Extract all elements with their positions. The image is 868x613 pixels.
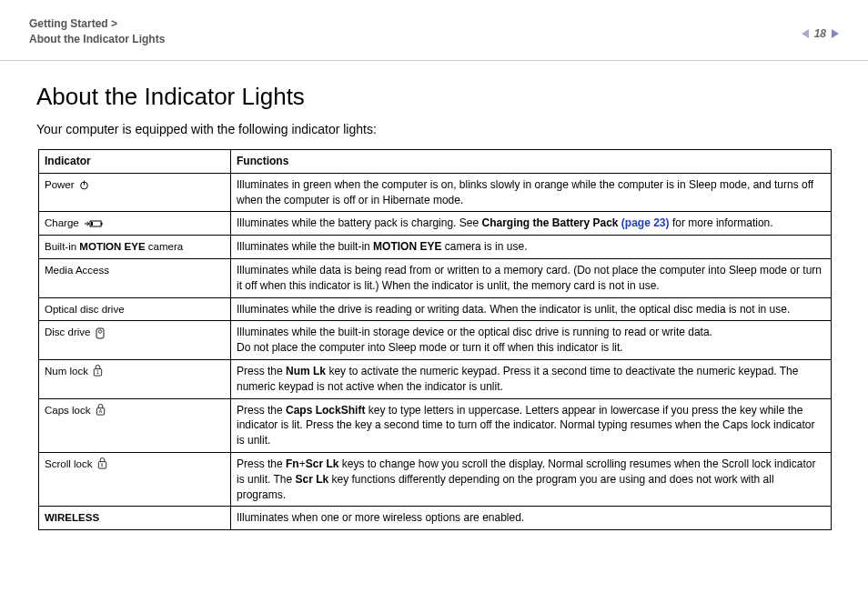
charge-icon bbox=[84, 219, 104, 228]
func-bold: Caps Lock bbox=[286, 404, 341, 417]
capslock-icon: A bbox=[96, 404, 106, 416]
page-number: 18 bbox=[814, 27, 826, 40]
func-bold: MOTION EYE bbox=[373, 240, 441, 253]
func-text: Press the bbox=[237, 457, 286, 470]
page-title: About the Indicator Lights bbox=[36, 83, 832, 111]
functions-cell: Illuminates while the drive is reading o… bbox=[231, 297, 832, 321]
func-text: Do not place the computer into Sleep mod… bbox=[237, 341, 623, 354]
intro-text: Your computer is equipped with the follo… bbox=[36, 122, 832, 136]
functions-cell: Illuminates while the battery pack is ch… bbox=[231, 212, 832, 236]
indicator-cell: Media Access bbox=[39, 258, 231, 297]
func-text: Illuminates when one or more wireless op… bbox=[237, 511, 524, 524]
svg-text:A: A bbox=[98, 408, 102, 414]
power-icon bbox=[79, 180, 89, 190]
indicator-cell: WIRELESS bbox=[39, 507, 231, 530]
svg-point-6 bbox=[98, 330, 102, 334]
func-bold: Fn bbox=[286, 457, 299, 470]
table-row: Disc drive Illuminates while the built-i… bbox=[39, 321, 832, 360]
func-text: for more information. bbox=[670, 216, 773, 229]
indicator-text: Caps lock bbox=[45, 405, 94, 416]
functions-cell: Illuminates when one or more wireless op… bbox=[231, 507, 832, 530]
indicator-text: Built-in bbox=[45, 241, 79, 252]
indicator-cell: Built-in MOTION EYE camera bbox=[39, 236, 231, 259]
functions-cell: Illuminates in green when the computer i… bbox=[231, 173, 832, 212]
func-text: Illuminates while the built-in storage d… bbox=[237, 326, 712, 338]
page-header: Getting Started > About the Indicator Li… bbox=[0, 0, 868, 61]
header-indicator: Indicator bbox=[39, 150, 231, 174]
func-text: key to type letters in uppercase. Letter… bbox=[365, 404, 740, 417]
prev-page-arrow-icon[interactable] bbox=[802, 29, 809, 38]
breadcrumb-line2: About the Indicator Lights bbox=[29, 32, 165, 47]
header-functions: Functions bbox=[231, 150, 832, 174]
functions-cell: Illuminates while data is being read fro… bbox=[231, 258, 832, 297]
indicator-cell: Optical disc drive bbox=[39, 297, 231, 321]
table-row: WIRELESSIlluminates when one or more wir… bbox=[39, 507, 832, 530]
indicator-cell: Disc drive bbox=[39, 321, 231, 360]
indicator-text: Disc drive bbox=[45, 327, 94, 337]
scrolllock-icon: ⇕ bbox=[97, 457, 107, 469]
table-row: Scroll lock ⇕Press the Fn+Scr Lk keys to… bbox=[39, 452, 832, 506]
func-text: camera is in use. bbox=[441, 240, 527, 253]
next-page-arrow-icon[interactable] bbox=[832, 29, 839, 38]
func-bold: Scr Lk bbox=[306, 457, 339, 470]
func-text: Illuminates while the built-in bbox=[237, 240, 373, 253]
table-row: Built-in MOTION EYE cameraIlluminates wh… bbox=[39, 236, 832, 259]
func-text: Press the bbox=[237, 404, 286, 417]
indicator-text: Power bbox=[45, 179, 77, 190]
indicator-cell: Num lock 1 bbox=[39, 359, 231, 398]
functions-cell: Press the Caps LockShift key to type let… bbox=[231, 398, 832, 452]
table-row: Media AccessIlluminates while data is be… bbox=[39, 258, 832, 297]
table-row: Charge Illuminates while the battery pac… bbox=[39, 212, 832, 236]
svg-rect-3 bbox=[101, 223, 103, 226]
breadcrumb: Getting Started > About the Indicator Li… bbox=[29, 16, 165, 47]
indicator-text: Charge bbox=[45, 217, 82, 228]
page-content: About the Indicator Lights Your computer… bbox=[0, 61, 868, 530]
func-link[interactable]: (page 23) bbox=[621, 216, 670, 229]
func-text: Illuminates while the battery pack is ch… bbox=[237, 216, 481, 229]
page-navigation: 18 bbox=[802, 16, 839, 40]
functions-cell: Press the Num Lk key to activate the num… bbox=[231, 359, 832, 398]
svg-text:⇕: ⇕ bbox=[100, 462, 104, 467]
indicator-text: camera bbox=[146, 241, 184, 252]
func-bold: Num Lk bbox=[286, 365, 326, 377]
svg-rect-4 bbox=[91, 222, 93, 226]
indicator-text: Optical disc drive bbox=[45, 304, 125, 315]
table-row: Optical disc driveIlluminates while the … bbox=[39, 297, 832, 321]
functions-cell: Press the Fn+Scr Lk keys to change how y… bbox=[231, 452, 832, 506]
indicator-bold: MOTION EYE bbox=[79, 241, 145, 252]
functions-cell: Illuminates while the built-in MOTION EY… bbox=[231, 236, 832, 259]
func-text: Press the bbox=[237, 365, 286, 377]
func-text: Illuminates while data is being read fro… bbox=[237, 264, 822, 292]
functions-cell: Illuminates while the built-in storage d… bbox=[231, 321, 832, 360]
indicator-cell: Caps lock A bbox=[39, 398, 231, 452]
func-bold: Charging the Battery Pack bbox=[481, 216, 621, 229]
func-text: Illuminates while the drive is reading o… bbox=[237, 303, 790, 316]
numlock-icon: 1 bbox=[93, 365, 103, 377]
indicator-text: Scroll lock bbox=[45, 458, 96, 469]
disc-drive-icon bbox=[96, 327, 105, 339]
indicator-text: Media Access bbox=[45, 265, 109, 276]
func-bold: Scr Lk bbox=[295, 473, 328, 486]
indicator-table: Indicator Functions Power Illuminates in… bbox=[38, 149, 832, 530]
svg-text:1: 1 bbox=[96, 369, 99, 375]
func-text: Illuminates in green when the computer i… bbox=[237, 178, 813, 206]
indicator-cell: Scroll lock ⇕ bbox=[39, 452, 231, 506]
indicator-text: Num lock bbox=[45, 366, 91, 377]
table-row: Caps lock APress the Caps LockShift key … bbox=[39, 398, 832, 452]
func-text: + bbox=[299, 457, 306, 470]
table-row: Power Illuminates in green when the comp… bbox=[39, 173, 832, 212]
func-bold: Shift bbox=[341, 404, 366, 417]
indicator-bold: WIRELESS bbox=[45, 512, 99, 523]
breadcrumb-line1: Getting Started > bbox=[29, 16, 165, 32]
table-row: Num lock 1Press the Num Lk key to activa… bbox=[39, 359, 832, 398]
indicator-cell: Charge bbox=[39, 212, 231, 236]
indicator-cell: Power bbox=[39, 173, 231, 212]
